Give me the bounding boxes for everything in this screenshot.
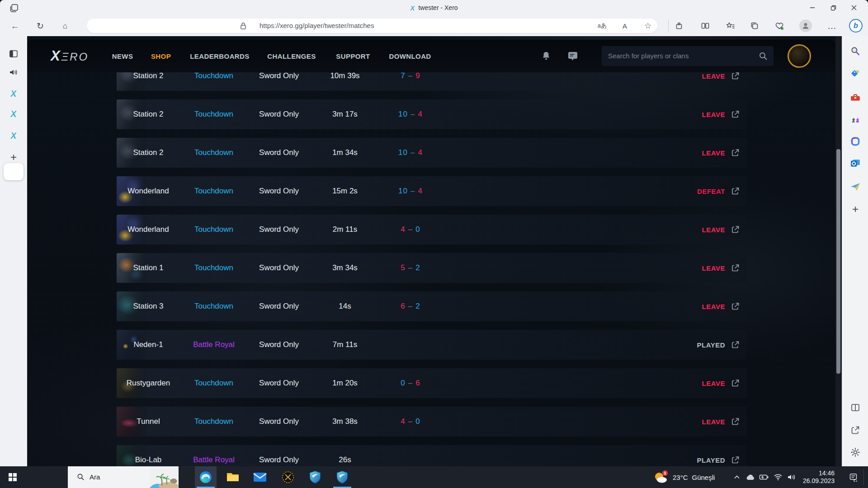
match-row[interactable]: Station 1 Touchdown Sword Only 3m 34s 5–… <box>117 253 747 283</box>
sidebar-games-icon[interactable] <box>850 114 861 123</box>
page-scrollbar[interactable] <box>835 36 842 466</box>
match-row[interactable]: Rustygarden Touchdown Sword Only 1m 20s … <box>117 368 747 398</box>
restore-button[interactable] <box>823 0 844 15</box>
taskbar-file-explorer-icon[interactable] <box>226 471 240 483</box>
match-row[interactable]: Bio-Lab Battle Royal Sword Only 26s PLAY… <box>117 445 747 466</box>
search-highlight-image[interactable] <box>150 466 179 488</box>
external-link-icon[interactable] <box>731 187 740 196</box>
match-result[interactable]: PLAYED <box>697 341 725 349</box>
external-link-icon[interactable] <box>731 341 740 349</box>
nav-item-support[interactable]: SUPPORT <box>336 52 370 60</box>
taskbar-shield-icon-1[interactable] <box>309 470 321 484</box>
scrollbar-thumb[interactable] <box>836 149 840 374</box>
match-result[interactable]: LEAVE <box>702 226 725 234</box>
nav-item-download[interactable]: DOWNLOAD <box>389 52 431 60</box>
match-row[interactable]: Station 3 Touchdown Sword Only 14s 6–2 L… <box>117 291 747 321</box>
match-row[interactable]: Wonderland Touchdown Sword Only 15m 2s 1… <box>117 176 747 206</box>
refresh-icon[interactable]: ↻ <box>37 22 44 30</box>
match-result[interactable]: LEAVE <box>702 303 725 310</box>
external-link-icon[interactable] <box>731 456 740 465</box>
sidebar-shopping-icon[interactable] <box>850 69 861 80</box>
copilot-icon[interactable]: b <box>849 19 863 33</box>
match-result[interactable]: LEAVE <box>702 380 725 387</box>
favorite-star-icon[interactable]: ☆ <box>644 21 651 31</box>
vertical-tab-xero-1[interactable]: X <box>10 89 16 99</box>
external-link-icon[interactable] <box>731 418 740 426</box>
back-icon[interactable]: ← <box>11 22 19 30</box>
profile-avatar[interactable] <box>788 44 811 68</box>
match-result[interactable]: LEAVE <box>702 264 725 272</box>
external-link-icon[interactable] <box>731 302 740 311</box>
match-row[interactable]: Tunnel Touchdown Sword Only 3m 38s 4–0 L… <box>117 407 747 436</box>
sidebar-add-icon[interactable]: + <box>852 203 859 216</box>
lock-icon[interactable] <box>240 22 247 30</box>
tray-speaker-icon[interactable] <box>787 474 796 481</box>
external-link-icon[interactable] <box>731 264 740 272</box>
match-result[interactable]: LEAVE <box>702 149 725 157</box>
action-center-icon[interactable] <box>849 473 858 482</box>
tray-battery-icon[interactable] <box>759 474 769 481</box>
address-bar[interactable]: https://xero.gg/player/twester/matches a… <box>87 19 657 33</box>
search-icon[interactable] <box>758 51 768 61</box>
close-button[interactable] <box>844 0 864 15</box>
tray-wifi-icon[interactable] <box>774 474 783 481</box>
vertical-tab-xero-3-active[interactable]: X <box>10 131 16 141</box>
sidebar-split-pane-icon[interactable] <box>850 403 860 413</box>
read-aloud-icon[interactable]: A <box>623 22 627 30</box>
browser-essentials-icon[interactable] <box>774 21 784 30</box>
start-button[interactable] <box>4 466 22 488</box>
match-result[interactable]: LEAVE <box>702 111 725 118</box>
taskbar-edge-icon[interactable] <box>199 470 212 484</box>
show-desktop-divider[interactable] <box>863 469 864 485</box>
nav-item-challenges[interactable]: CHALLENGES <box>267 52 316 60</box>
match-result[interactable]: LEAVE <box>702 72 725 80</box>
home-icon[interactable]: ⌂ <box>63 22 67 30</box>
match-row[interactable]: Station 2 Touchdown Sword Only 1m 34s 10… <box>117 138 747 168</box>
sidebar-tools-icon[interactable] <box>850 92 861 102</box>
settings-more-icon[interactable]: … <box>827 21 836 30</box>
sidebar-drop-icon[interactable] <box>850 182 861 192</box>
browser-profile-avatar[interactable] <box>799 19 812 32</box>
notifications-bell-icon[interactable] <box>541 51 552 61</box>
match-row[interactable]: Wonderland Touchdown Sword Only 2m 11s 4… <box>117 215 747 244</box>
external-link-icon[interactable] <box>731 149 740 157</box>
taskbar-weather[interactable]: 1 23°C Güneşli <box>653 466 715 488</box>
taskbar-game-emblem-icon[interactable] <box>281 470 295 484</box>
sidebar-outlook-icon[interactable] <box>850 158 861 168</box>
taskbar-clock[interactable]: 14:46 26.09.2023 <box>796 469 835 485</box>
tab-audio-speaker-icon[interactable] <box>9 68 19 77</box>
external-link-icon[interactable] <box>731 379 740 388</box>
external-link-icon[interactable] <box>731 110 740 119</box>
vertical-tab-active-card[interactable] <box>4 163 24 180</box>
split-screen-icon[interactable] <box>701 21 710 30</box>
match-result[interactable]: LEAVE <box>702 418 725 426</box>
nav-item-shop[interactable]: SHOP <box>151 52 171 60</box>
match-result[interactable]: DEFEAT <box>697 188 725 195</box>
favorites-hub-icon[interactable] <box>726 21 735 30</box>
vertical-tabs-pane-icon[interactable] <box>9 49 19 59</box>
nav-item-leaderboards[interactable]: LEADERBOARDS <box>190 52 249 60</box>
external-link-icon[interactable] <box>731 225 740 234</box>
match-row[interactable]: Station 2 Touchdown Sword Only 3m 17s 10… <box>117 99 747 129</box>
sidebar-open-external-icon[interactable] <box>850 425 860 435</box>
sidebar-microsoft365-icon[interactable] <box>850 136 861 147</box>
tray-onedrive-icon[interactable] <box>745 474 755 481</box>
nav-item-news[interactable]: NEWS <box>112 52 133 60</box>
collections-icon[interactable] <box>750 21 759 30</box>
extensions-icon[interactable] <box>675 21 684 30</box>
sidebar-settings-gear-icon[interactable] <box>850 447 860 457</box>
chat-icon[interactable] <box>567 51 579 61</box>
url-text[interactable]: https://xero.gg/player/twester/matches <box>259 19 374 33</box>
tray-chevron-up-icon[interactable] <box>733 474 741 481</box>
translate-icon[interactable]: aあ <box>598 22 607 30</box>
match-row[interactable]: Neden-1 Battle Royal Sword Only 7m 11s P… <box>117 330 747 360</box>
external-link-icon[interactable] <box>731 72 740 80</box>
taskbar-shield-icon-2[interactable] <box>336 470 349 484</box>
minimize-button[interactable] <box>802 0 823 15</box>
xero-logo[interactable]: XΞRO <box>51 48 89 64</box>
new-tab-icon[interactable]: + <box>10 151 17 164</box>
player-search-box[interactable]: Search for players or clans <box>602 46 774 66</box>
vertical-tab-xero-2[interactable]: X <box>10 109 16 119</box>
taskbar-mail-icon[interactable] <box>253 472 267 483</box>
sidebar-search-icon[interactable] <box>850 46 861 56</box>
